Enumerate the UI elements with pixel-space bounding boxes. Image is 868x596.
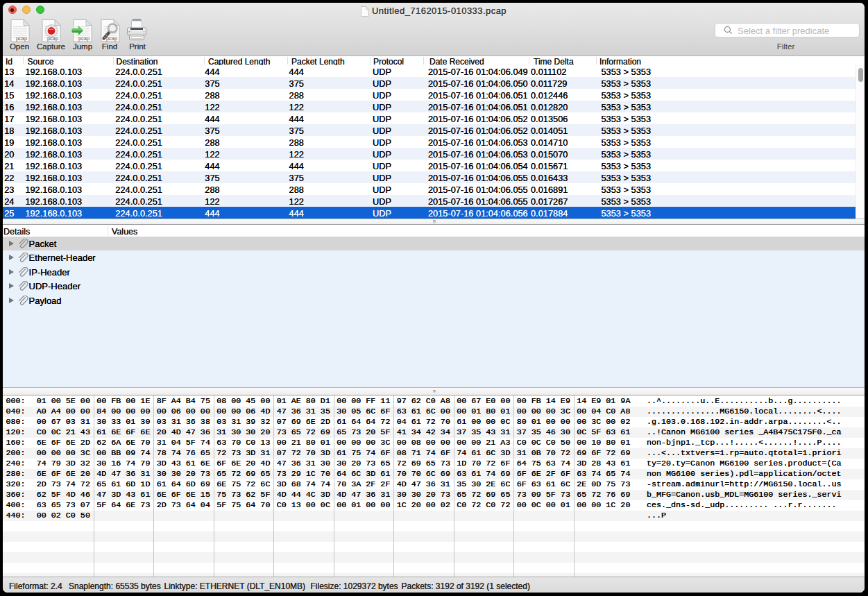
svg-text:pcap: pcap (78, 35, 90, 41)
svg-text:pcap: pcap (16, 35, 27, 41)
